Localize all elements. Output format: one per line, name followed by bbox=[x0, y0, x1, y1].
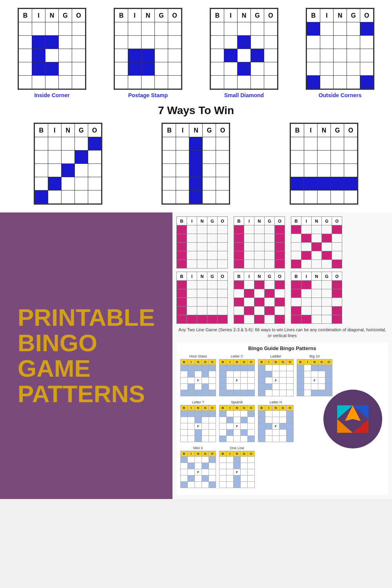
pink-bingo-grid: BINGO bbox=[291, 216, 342, 269]
guide-small-grid: BINGOF bbox=[180, 451, 216, 488]
card-label: Postage Stamp bbox=[128, 92, 168, 98]
guide-card: Mini XBINGOF bbox=[180, 446, 216, 488]
pink-bingo-grid: BINGO bbox=[291, 272, 342, 324]
bingo-row-4-cards: BINGOInside CornerBINGOPostage StampBING… bbox=[4, 8, 388, 98]
guide-small-grid: BINGOF bbox=[219, 405, 255, 442]
guide-card: Big 10BINGOF bbox=[297, 354, 332, 396]
guide-card: Letter CBINGOF bbox=[219, 354, 255, 396]
guide-card-title: Big 10 bbox=[310, 354, 320, 358]
guide-card-title: Letter C bbox=[230, 354, 243, 358]
guide-small-grid: BINGOF bbox=[297, 359, 332, 396]
guide-small-grid: BINGOF bbox=[180, 405, 216, 442]
guide-small-grid: BINGOF bbox=[180, 359, 216, 396]
middle-section: PRINTABLEBINGOGAMEPATTERNS BINGOBINGOBIN… bbox=[0, 212, 392, 499]
card-label: Inside Corner bbox=[34, 92, 69, 98]
top-section: BINGOInside CornerBINGOPostage StampBING… bbox=[0, 0, 392, 212]
bingo-grid: BINGO bbox=[162, 123, 230, 205]
right-panel: BINGOBINGOBINGOBINGOBINGOBINGO Any Two L… bbox=[172, 212, 392, 499]
guide-card-title: Letter T bbox=[192, 400, 204, 404]
pink-card-row: BINGOBINGOBINGO bbox=[176, 272, 388, 324]
guide-small-grid: BINGOF bbox=[258, 359, 294, 396]
guide-card: SputnikBINGOF bbox=[219, 400, 255, 442]
guide-card-title: Mini X bbox=[193, 446, 203, 450]
svg-marker-3 bbox=[353, 419, 368, 433]
bingo-card-wrap: BINGO bbox=[162, 123, 230, 205]
ways-title: 7 Ways To Win bbox=[4, 104, 388, 117]
pink-bingo-grid: BINGO bbox=[176, 216, 228, 269]
page-container: BINGOInside CornerBINGOPostage StampBING… bbox=[0, 0, 392, 499]
guide-small-grid: BINGOF bbox=[258, 405, 294, 442]
guide-card-row: Mini XBINGOFOne LineBINGOF bbox=[180, 446, 384, 488]
svg-marker-2 bbox=[337, 419, 353, 433]
logo-icon bbox=[333, 401, 372, 437]
bingo-grid: BINGO bbox=[290, 123, 358, 205]
guide-card-title: Ladder bbox=[270, 354, 281, 358]
bingo-grid: BINGO bbox=[210, 8, 278, 90]
logo-overlay bbox=[323, 390, 382, 448]
guide-title: Bingo Guide Bingo Patterns bbox=[180, 345, 384, 351]
bingo-grid: BINGO bbox=[114, 8, 182, 90]
guide-small-grid: BINGOF bbox=[219, 359, 255, 396]
guide-card-title: Hour Glass bbox=[189, 354, 207, 358]
bingo-card-wrap: BINGO bbox=[290, 123, 358, 205]
bingo-grid: BINGO bbox=[34, 123, 102, 205]
bingo-row-3-cards: BINGOBINGOBINGO bbox=[4, 123, 388, 205]
guide-card: Letter HBINGOF bbox=[258, 400, 294, 442]
guide-small-grid: BINGOF bbox=[219, 451, 255, 488]
guide-card-title: Sputnik bbox=[231, 400, 243, 404]
card-label: Outside Corners bbox=[319, 92, 362, 98]
bingo-card-wrap: BINGOInside Corner bbox=[18, 8, 86, 98]
pink-bingo-grid: BINGO bbox=[234, 216, 285, 269]
guide-card: Hour GlassBINGOF bbox=[180, 354, 216, 396]
guide-section: Bingo Guide Bingo Patterns Hour GlassBIN… bbox=[176, 342, 388, 495]
guide-card-title: One Line bbox=[230, 446, 244, 450]
guide-card: Letter TBINGOF bbox=[180, 400, 216, 442]
bingo-grid: BINGO bbox=[306, 8, 374, 90]
bingo-card-wrap: BINGOSmall Diamond bbox=[210, 8, 278, 98]
pink-bingo-grid: BINGO bbox=[234, 272, 285, 324]
bingo-card-wrap: BINGOOutside Corners bbox=[306, 8, 374, 98]
guide-card: LadderBINGOF bbox=[258, 354, 294, 396]
any-two-line-text: Any Two Line Game (Series 2-3 & 5-6): 66… bbox=[176, 327, 388, 339]
bingo-card-wrap: BINGOPostage Stamp bbox=[114, 8, 182, 98]
bingo-card-wrap: BINGO bbox=[34, 123, 102, 205]
pink-bingo-grid: BINGO bbox=[176, 272, 228, 324]
card-label: Small Diamond bbox=[224, 92, 264, 98]
purple-panel: PRINTABLEBINGOGAMEPATTERNS bbox=[0, 212, 172, 499]
guide-card-title: Letter H bbox=[269, 400, 282, 404]
purple-panel-text: PRINTABLEBINGOGAMEPATTERNS bbox=[18, 305, 155, 407]
bingo-grid: BINGO bbox=[18, 8, 86, 90]
guide-card: One LineBINGOF bbox=[219, 446, 255, 488]
pink-card-row: BINGOBINGOBINGO bbox=[176, 216, 388, 269]
